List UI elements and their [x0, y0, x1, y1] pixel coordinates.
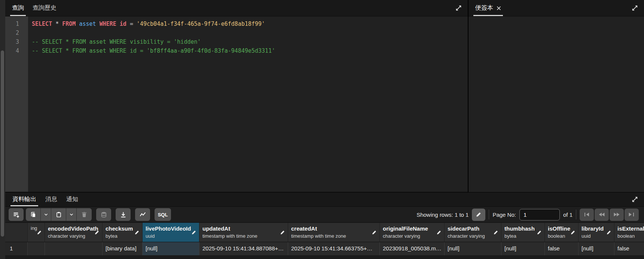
copy-button[interactable]: [26, 208, 41, 221]
edit-column-pencil-icon[interactable]: [436, 230, 442, 235]
code-token-pl: [116, 21, 120, 27]
code-line: SELECT * FROM asset WHERE id = '49cb04a1…: [32, 19, 468, 28]
edit-column-pencil-icon[interactable]: [537, 230, 542, 235]
grid-cell-livePhotoVideoId[interactable]: [null]: [143, 242, 199, 255]
column-header-originalFileName[interactable]: originalFileNamecharacter varying: [380, 223, 445, 242]
row-number-cell[interactable]: 1: [5, 242, 28, 255]
grid-cell-libraryId[interactable]: [null]: [579, 242, 614, 255]
grid-cell-partial[interactable]: [28, 242, 45, 255]
graph-visualiser-button[interactable]: [135, 208, 150, 221]
expand-diagonal-icon: [455, 5, 462, 11]
grid-cell-checksum[interactable]: [binary data]: [103, 242, 143, 255]
expand-editor-panel-button[interactable]: [454, 0, 463, 16]
paste-button[interactable]: [51, 208, 66, 221]
column-header-thumbhash[interactable]: thumbhashbytea: [501, 223, 545, 242]
edit-column-pencil-icon[interactable]: [570, 230, 576, 235]
tab-scratch-pad[interactable]: 便簽本: [473, 0, 503, 16]
save-data-changes-button[interactable]: [96, 208, 111, 221]
code-line: -- SELECT * FROM asset WHERE visibility …: [32, 37, 468, 46]
code-token-kw: id: [120, 21, 126, 27]
column-type: ing: [31, 225, 36, 232]
sql-editor[interactable]: 1234 SELECT * FROM asset WHERE id = '49c…: [5, 16, 468, 192]
tab-query[interactable]: 查詢: [10, 0, 26, 16]
grid-cell-originalFileName[interactable]: 20230918_005038.m…: [380, 242, 445, 255]
line-number: 1: [5, 19, 19, 28]
code-token-kw: SELECT: [32, 21, 52, 27]
column-header-libraryId[interactable]: libraryIduuid: [579, 223, 614, 242]
line-number: 3: [5, 37, 19, 46]
column-header-partial[interactable]: ing: [28, 223, 45, 242]
expand-results-panel-button[interactable]: [630, 192, 640, 206]
edit-column-pencil-icon[interactable]: [94, 230, 100, 235]
previous-page-button[interactable]: [595, 209, 609, 221]
tab-query-history[interactable]: 查詢歷史: [31, 0, 58, 16]
column-name: originalFileName: [383, 225, 435, 232]
column-header-createdAt[interactable]: createdAttimestamp with time zone: [288, 223, 380, 242]
code-token-pl: =: [126, 21, 137, 27]
scratch-pad-textarea[interactable]: [468, 16, 644, 192]
copy-icon: [30, 211, 37, 218]
first-page-button[interactable]: [580, 209, 594, 221]
column-header-isExternal[interactable]: isExternalboolean: [614, 223, 644, 242]
edit-column-pencil-icon[interactable]: [134, 230, 140, 235]
grid-cell-createdAt[interactable]: 2025-09-10 15:41:34.663755+…: [288, 242, 380, 255]
expand-diagonal-icon: [632, 196, 638, 203]
edit-column-pencil-icon[interactable]: [493, 230, 498, 235]
add-row-button[interactable]: [9, 208, 24, 221]
line-number-gutter: 1234: [5, 16, 28, 192]
first-page-icon: [583, 212, 590, 217]
top-panels: 查詢 查詢歷史 1234 SELECT * FROM asset WHERE i…: [5, 0, 644, 192]
code-lines[interactable]: SELECT * FROM asset WHERE id = '49cb04a1…: [28, 16, 468, 192]
code-line: [32, 28, 468, 37]
left-scrollbar-thumb[interactable]: [1, 50, 4, 237]
last-page-button[interactable]: [625, 209, 639, 221]
column-header-isOffline[interactable]: isOfflineboolean: [545, 223, 579, 242]
tab-data-output[interactable]: 資料輸出: [10, 192, 38, 206]
column-header-encodedVideoPath[interactable]: encodedVideoPathcharacter varying: [45, 223, 103, 242]
paste-clipboard-icon: [55, 211, 62, 218]
toolbar-separator: [489, 210, 489, 219]
close-icon[interactable]: [497, 6, 501, 10]
tab-messages-label: 消息: [45, 195, 57, 203]
grid-cell-encodedVideoPath[interactable]: [45, 242, 103, 255]
download-button[interactable]: [116, 208, 131, 221]
left-scrollbar-track[interactable]: [0, 0, 5, 259]
edit-column-pencil-icon[interactable]: [191, 230, 196, 235]
next-page-button[interactable]: [610, 209, 624, 221]
delete-rows-button[interactable]: [77, 208, 92, 221]
sql-filter-button[interactable]: SQL: [155, 208, 171, 221]
column-header-sidecarPath[interactable]: sidecarPathcharacter varying: [445, 223, 501, 242]
page-number-input[interactable]: [519, 209, 560, 221]
column-header-checksum[interactable]: checksumbytea: [103, 223, 143, 242]
grid-cell-sidecarPath[interactable]: [null]: [445, 242, 501, 255]
previous-page-icon: [598, 212, 605, 217]
column-header-livePhotoVideoId[interactable]: livePhotoVideoIduuid: [143, 223, 199, 242]
tab-query-history-label: 查詢歷史: [33, 4, 57, 12]
edit-column-pencil-icon[interactable]: [606, 230, 611, 235]
grid-cell-isExternal[interactable]: false: [614, 242, 644, 255]
column-name: encodedVideoPath: [48, 225, 93, 232]
copy-options-button[interactable]: [41, 208, 51, 221]
tab-notifications[interactable]: 通知: [64, 192, 80, 206]
edit-column-pencil-icon[interactable]: [37, 230, 42, 235]
edit-column-pencil-icon[interactable]: [280, 230, 285, 235]
grid-cell-thumbhash[interactable]: [null]: [501, 242, 545, 255]
results-tabbar: 資料輸出 消息 通知: [5, 192, 644, 207]
query-editor-panel: 查詢 查詢歷史 1234 SELECT * FROM asset WHERE i…: [5, 0, 468, 192]
column-type: uuid: [582, 232, 605, 240]
delete-trash-icon: [81, 211, 88, 218]
edit-rows-button[interactable]: [472, 209, 485, 221]
edit-column-pencil-icon[interactable]: [372, 230, 377, 235]
expand-scratch-panel-button[interactable]: [630, 0, 640, 16]
grid-cell-isOffline[interactable]: false: [545, 242, 579, 255]
paste-options-button[interactable]: [66, 208, 77, 221]
tab-messages[interactable]: 消息: [43, 192, 59, 206]
showing-rows-label: Showing rows: 1 to 1: [416, 212, 468, 218]
column-header-updatedAt[interactable]: updatedAttimestamp with time zone: [199, 223, 288, 242]
last-page-icon: [628, 212, 635, 217]
column-type: bytea: [504, 232, 535, 240]
code-token-pl: *: [55, 21, 59, 27]
of-pages-label: of 1: [563, 212, 573, 218]
grid-cell-updatedAt[interactable]: 2025-09-10 15:41:34.887088+…: [199, 242, 288, 255]
tab-scratch-pad-label: 便簽本: [475, 4, 493, 12]
